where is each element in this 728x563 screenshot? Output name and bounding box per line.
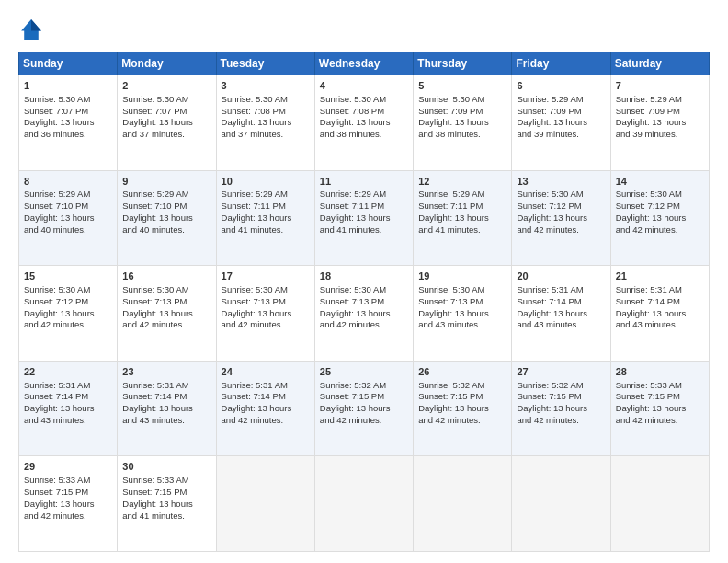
day-info-line: Daylight: 13 hours [24, 308, 112, 320]
day-info-line: Sunrise: 5:32 AM [418, 380, 506, 392]
day-info-line: Daylight: 13 hours [616, 308, 704, 320]
day-info-line: and 40 minutes. [24, 224, 112, 236]
day-number: 23 [122, 365, 210, 379]
calendar-cell [610, 456, 709, 552]
day-info-line: Sunrise: 5:30 AM [122, 284, 210, 296]
day-number: 13 [517, 175, 605, 189]
day-info-line: and 41 minutes. [320, 224, 408, 236]
calendar-cell: 27Sunrise: 5:32 AMSunset: 7:15 PMDayligh… [512, 361, 610, 456]
day-info-line: Daylight: 13 hours [222, 403, 310, 415]
day-info-line: and 43 minutes. [616, 319, 704, 331]
day-number: 22 [24, 365, 112, 379]
calendar-cell: 25Sunrise: 5:32 AMSunset: 7:15 PMDayligh… [314, 361, 413, 456]
day-number: 20 [517, 270, 605, 283]
calendar-cell: 5Sunrise: 5:30 AMSunset: 7:09 PMDaylight… [414, 75, 512, 171]
day-number: 17 [222, 270, 310, 283]
day-header-sunday: Sunday [19, 52, 118, 75]
day-info-line: Sunset: 7:09 PM [418, 106, 506, 118]
day-info-line: and 43 minutes. [24, 415, 112, 427]
calendar-cell: 11Sunrise: 5:29 AMSunset: 7:11 PMDayligh… [314, 170, 413, 266]
calendar-cell: 3Sunrise: 5:30 AMSunset: 7:08 PMDaylight… [216, 75, 314, 171]
day-info-line: Sunrise: 5:30 AM [418, 94, 506, 106]
day-info-line: Daylight: 13 hours [616, 213, 704, 224]
day-info-line: and 43 minutes. [418, 319, 506, 331]
day-info-line: Sunrise: 5:30 AM [122, 94, 210, 106]
day-info-line: Sunrise: 5:30 AM [24, 284, 112, 296]
day-info-line: and 36 minutes. [24, 129, 112, 141]
calendar-cell: 20Sunrise: 5:31 AMSunset: 7:14 PMDayligh… [512, 266, 610, 362]
calendar-table: SundayMondayTuesdayWednesdayThursdayFrid… [18, 52, 710, 552]
day-info-line: Sunset: 7:13 PM [222, 296, 310, 308]
day-info-line: Daylight: 13 hours [616, 403, 704, 415]
day-info-line: Sunset: 7:07 PM [24, 106, 112, 118]
day-header-wednesday: Wednesday [314, 52, 413, 75]
svg-marker-1 [31, 19, 41, 30]
day-info-line: Sunrise: 5:29 AM [24, 189, 112, 201]
day-number: 8 [24, 175, 112, 189]
day-info-line: Sunset: 7:07 PM [122, 106, 210, 118]
day-info-line: Sunset: 7:15 PM [616, 391, 704, 403]
day-info-line: Sunset: 7:08 PM [222, 106, 310, 118]
day-info-line: and 42 minutes. [222, 415, 310, 427]
calendar-cell: 9Sunrise: 5:29 AMSunset: 7:10 PMDaylight… [118, 170, 216, 266]
day-info-line: Sunrise: 5:33 AM [24, 475, 112, 487]
day-number: 1 [24, 79, 112, 93]
day-info-line: Daylight: 13 hours [320, 308, 408, 320]
calendar-cell: 30Sunrise: 5:33 AMSunset: 7:15 PMDayligh… [118, 456, 216, 552]
calendar-week-row: 8Sunrise: 5:29 AMSunset: 7:10 PMDaylight… [19, 170, 710, 266]
day-number: 29 [24, 460, 112, 474]
day-info-line: Daylight: 13 hours [517, 117, 605, 129]
day-info-line: Sunrise: 5:30 AM [418, 284, 506, 296]
calendar-cell: 13Sunrise: 5:30 AMSunset: 7:12 PMDayligh… [512, 170, 610, 266]
day-info-line: Sunrise: 5:30 AM [24, 94, 112, 106]
day-number: 11 [320, 175, 408, 189]
day-info-line: Sunset: 7:14 PM [122, 391, 210, 403]
day-number: 21 [616, 270, 704, 283]
day-number: 30 [122, 460, 210, 474]
day-info-line: Daylight: 13 hours [320, 213, 408, 224]
day-info-line: Sunset: 7:15 PM [122, 487, 210, 499]
day-info-line: Daylight: 13 hours [122, 403, 210, 415]
day-info-line: Sunrise: 5:31 AM [122, 380, 210, 392]
day-info-line: Daylight: 13 hours [24, 403, 112, 415]
calendar-cell: 7Sunrise: 5:29 AMSunset: 7:09 PMDaylight… [610, 75, 709, 171]
day-info-line: and 41 minutes. [222, 224, 310, 236]
day-header-thursday: Thursday [414, 52, 512, 75]
day-info-line: Sunrise: 5:29 AM [222, 189, 310, 201]
day-info-line: Daylight: 13 hours [517, 213, 605, 224]
day-number: 25 [320, 365, 408, 379]
day-info-line: Sunrise: 5:29 AM [122, 189, 210, 201]
day-number: 14 [616, 175, 704, 189]
calendar-cell [512, 456, 610, 552]
day-info-line: Sunset: 7:13 PM [320, 296, 408, 308]
day-info-line: Sunrise: 5:30 AM [222, 94, 310, 106]
calendar-cell [314, 456, 413, 552]
day-number: 3 [222, 79, 310, 93]
day-info-line: and 39 minutes. [616, 129, 704, 141]
day-number: 19 [418, 270, 506, 283]
day-info-line: Daylight: 13 hours [418, 403, 506, 415]
day-info-line: and 42 minutes. [616, 415, 704, 427]
calendar-cell: 8Sunrise: 5:29 AMSunset: 7:10 PMDaylight… [19, 170, 118, 266]
calendar-cell: 14Sunrise: 5:30 AMSunset: 7:12 PMDayligh… [610, 170, 709, 266]
day-info-line: Sunrise: 5:29 AM [418, 189, 506, 201]
day-info-line: Daylight: 13 hours [222, 117, 310, 129]
day-info-line: Sunset: 7:11 PM [418, 201, 506, 213]
day-info-line: and 41 minutes. [122, 511, 210, 523]
day-info-line: Sunrise: 5:30 AM [517, 189, 605, 201]
day-info-line: Daylight: 13 hours [122, 308, 210, 320]
calendar-cell: 10Sunrise: 5:29 AMSunset: 7:11 PMDayligh… [216, 170, 314, 266]
day-info-line: Sunset: 7:13 PM [122, 296, 210, 308]
day-info-line: and 42 minutes. [517, 224, 605, 236]
day-info-line: Daylight: 13 hours [418, 308, 506, 320]
calendar-cell: 15Sunrise: 5:30 AMSunset: 7:12 PMDayligh… [19, 266, 118, 362]
day-number: 12 [418, 175, 506, 189]
day-header-friday: Friday [512, 52, 610, 75]
day-info-line: and 42 minutes. [320, 415, 408, 427]
calendar-week-row: 1Sunrise: 5:30 AMSunset: 7:07 PMDaylight… [19, 75, 710, 171]
day-number: 26 [418, 365, 506, 379]
day-info-line: Daylight: 13 hours [122, 499, 210, 511]
calendar-cell: 29Sunrise: 5:33 AMSunset: 7:15 PMDayligh… [19, 456, 118, 552]
day-number: 16 [122, 270, 210, 283]
logo [18, 17, 48, 42]
